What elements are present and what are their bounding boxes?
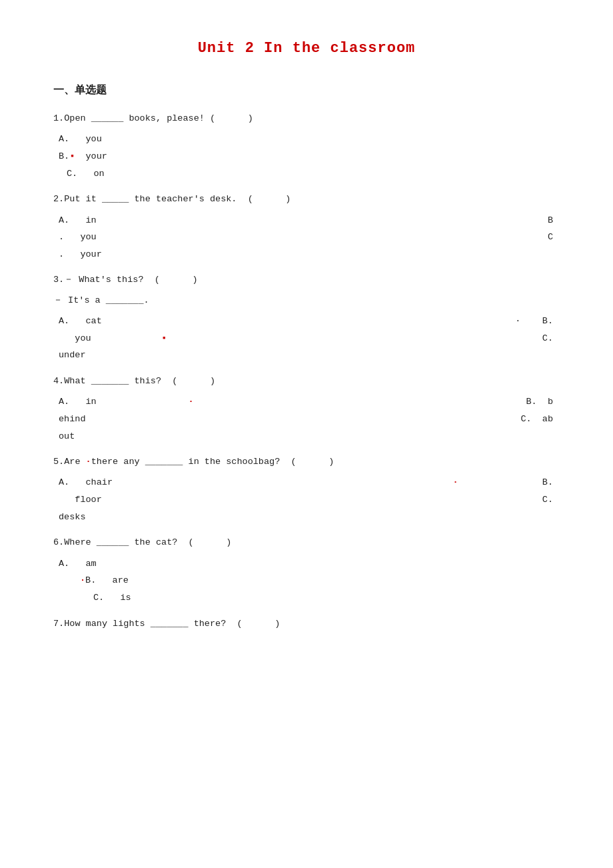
question-3-text: 3.－ What's this? ( ) (53, 272, 560, 288)
question-3-optA: A. cat· B. (53, 313, 560, 330)
question-7-text: 7.How many lights _______ there? ( ) (53, 616, 560, 632)
question-2: 2.Put it _____ the teacher's desk. ( ) A… (53, 191, 560, 263)
question-1-text: 1.Open ______ books, please! ( ) (53, 111, 560, 127)
question-4-optB: ehindC. ab (53, 411, 560, 428)
question-6-optB: ·B. are (53, 572, 560, 589)
question-6-optC: C. is (53, 589, 560, 607)
question-1-optA: A. you (53, 131, 560, 148)
question-5-optA: A. chair ·B. (53, 474, 560, 491)
question-5-optC: desks (53, 509, 560, 526)
question-3-optC: under (53, 347, 560, 364)
question-3: 3.－ What's this? ( ) － It's a _______. A… (53, 272, 560, 364)
question-6-optA: A. am (53, 555, 560, 573)
question-4: 4.What _______ this? ( ) A. in ·B. b ehi… (53, 373, 560, 445)
question-6: 6.Where ______ the cat? ( ) A. am ·B. ar… (53, 535, 560, 606)
section-label: 一、单选题 (53, 83, 560, 97)
question-3-optB: you ▪C. (53, 330, 560, 347)
question-2-optA: A. inB (53, 212, 560, 229)
question-6-text: 6.Where ______ the cat? ( ) (53, 535, 560, 551)
question-7: 7.How many lights _______ there? ( ) (53, 616, 560, 632)
question-1-optC: C. on (53, 165, 560, 183)
section-single-choice: 一、单选题 1.Open ______ books, please! ( ) A… (53, 83, 560, 632)
question-1-optB: B.▪ your (53, 148, 560, 165)
question-2-text: 2.Put it _____ the teacher's desk. ( ) (53, 191, 560, 207)
question-4-optA: A. in ·B. b (53, 393, 560, 411)
question-5: 5.Are ·there any _______ in the schoolba… (53, 454, 560, 525)
question-4-optC: out (53, 428, 560, 445)
question-3-subtext: － It's a _______. (53, 293, 560, 309)
question-1: 1.Open ______ books, please! ( ) A. you … (53, 111, 560, 182)
question-4-text: 4.What _______ this? ( ) (53, 373, 560, 389)
question-2-optB: . youC (53, 229, 560, 246)
page-title: Unit 2 In the classroom (53, 40, 560, 57)
question-5-optB: floorC. (53, 491, 560, 509)
question-2-optC: . your (53, 246, 560, 263)
question-5-text: 5.Are ·there any _______ in the schoolba… (53, 454, 560, 470)
